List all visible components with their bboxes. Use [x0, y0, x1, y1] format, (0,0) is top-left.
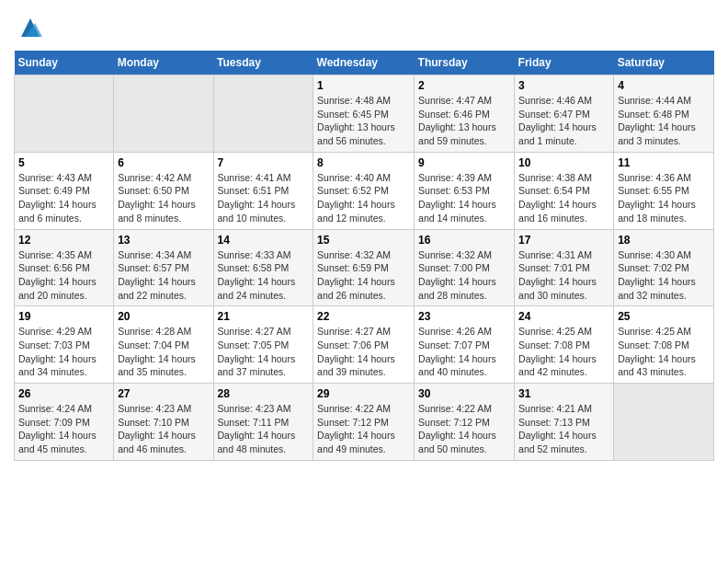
day-cell	[15, 75, 114, 153]
day-detail: Sunrise: 4:23 AM Sunset: 7:10 PM Dayligh…	[118, 402, 209, 456]
day-cell	[614, 384, 714, 461]
day-detail: Sunrise: 4:21 AM Sunset: 7:13 PM Dayligh…	[518, 402, 609, 456]
day-detail: Sunrise: 4:35 AM Sunset: 6:56 PM Dayligh…	[18, 248, 109, 303]
day-number: 8	[317, 156, 410, 169]
day-detail: Sunrise: 4:27 AM Sunset: 7:05 PM Dayligh…	[218, 325, 310, 379]
day-detail: Sunrise: 4:41 AM Sunset: 6:51 PM Dayligh…	[218, 171, 310, 225]
day-cell: 15Sunrise: 4:32 AM Sunset: 6:59 PM Dayli…	[313, 229, 415, 306]
col-header-thursday: Thursday	[415, 51, 515, 75]
day-cell: 20Sunrise: 4:28 AM Sunset: 7:04 PM Dayli…	[114, 306, 213, 384]
day-number: 11	[618, 156, 710, 169]
day-number: 21	[218, 310, 310, 323]
day-detail: Sunrise: 4:44 AM Sunset: 6:48 PM Dayligh…	[618, 94, 710, 148]
day-cell: 17Sunrise: 4:31 AM Sunset: 7:01 PM Dayli…	[515, 229, 614, 306]
day-detail: Sunrise: 4:32 AM Sunset: 6:59 PM Dayligh…	[317, 248, 410, 303]
day-number: 23	[418, 310, 510, 323]
day-number: 6	[118, 156, 209, 169]
day-cell: 13Sunrise: 4:34 AM Sunset: 6:57 PM Dayli…	[114, 229, 213, 306]
day-cell	[114, 75, 213, 153]
day-detail: Sunrise: 4:29 AM Sunset: 7:03 PM Dayligh…	[18, 325, 109, 379]
day-detail: Sunrise: 4:22 AM Sunset: 7:12 PM Dayligh…	[317, 402, 410, 456]
col-header-sunday: Sunday	[15, 51, 114, 75]
day-detail: Sunrise: 4:28 AM Sunset: 7:04 PM Dayligh…	[118, 325, 209, 379]
day-number: 17	[518, 234, 609, 247]
day-detail: Sunrise: 4:27 AM Sunset: 7:06 PM Dayligh…	[317, 325, 410, 379]
day-cell: 1Sunrise: 4:48 AM Sunset: 6:45 PM Daylig…	[313, 75, 415, 153]
day-cell: 22Sunrise: 4:27 AM Sunset: 7:06 PM Dayli…	[313, 306, 415, 384]
day-detail: Sunrise: 4:22 AM Sunset: 7:12 PM Dayligh…	[418, 402, 510, 456]
day-number: 31	[518, 387, 609, 400]
day-detail: Sunrise: 4:23 AM Sunset: 7:11 PM Dayligh…	[218, 402, 310, 456]
day-cell: 18Sunrise: 4:30 AM Sunset: 7:02 PM Dayli…	[614, 229, 714, 306]
day-cell: 28Sunrise: 4:23 AM Sunset: 7:11 PM Dayli…	[213, 384, 313, 461]
day-detail: Sunrise: 4:25 AM Sunset: 7:08 PM Dayligh…	[618, 325, 710, 379]
day-cell: 4Sunrise: 4:44 AM Sunset: 6:48 PM Daylig…	[614, 75, 714, 153]
day-cell: 27Sunrise: 4:23 AM Sunset: 7:10 PM Dayli…	[114, 384, 213, 461]
day-cell: 19Sunrise: 4:29 AM Sunset: 7:03 PM Dayli…	[15, 306, 114, 384]
day-number: 5	[18, 156, 109, 169]
day-number: 27	[118, 387, 209, 400]
col-header-wednesday: Wednesday	[313, 51, 415, 75]
day-cell: 8Sunrise: 4:40 AM Sunset: 6:52 PM Daylig…	[313, 152, 415, 229]
day-cell: 26Sunrise: 4:24 AM Sunset: 7:09 PM Dayli…	[15, 384, 114, 461]
day-cell: 23Sunrise: 4:26 AM Sunset: 7:07 PM Dayli…	[415, 306, 515, 384]
day-detail: Sunrise: 4:36 AM Sunset: 6:55 PM Dayligh…	[618, 171, 710, 225]
day-cell: 6Sunrise: 4:42 AM Sunset: 6:50 PM Daylig…	[114, 152, 213, 229]
day-cell: 10Sunrise: 4:38 AM Sunset: 6:54 PM Dayli…	[515, 152, 614, 229]
day-cell: 24Sunrise: 4:25 AM Sunset: 7:08 PM Dayli…	[515, 306, 614, 384]
day-cell: 30Sunrise: 4:22 AM Sunset: 7:12 PM Dayli…	[415, 384, 515, 461]
day-number: 19	[18, 310, 109, 323]
day-detail: Sunrise: 4:25 AM Sunset: 7:08 PM Dayligh…	[518, 325, 609, 379]
col-header-monday: Monday	[114, 51, 213, 75]
day-cell: 9Sunrise: 4:39 AM Sunset: 6:53 PM Daylig…	[415, 152, 515, 229]
day-detail: Sunrise: 4:43 AM Sunset: 6:49 PM Dayligh…	[18, 171, 109, 225]
day-detail: Sunrise: 4:26 AM Sunset: 7:07 PM Dayligh…	[418, 325, 510, 379]
day-detail: Sunrise: 4:24 AM Sunset: 7:09 PM Dayligh…	[18, 402, 109, 456]
day-cell: 2Sunrise: 4:47 AM Sunset: 6:46 PM Daylig…	[415, 75, 515, 153]
day-number: 16	[418, 234, 510, 247]
day-number: 7	[218, 156, 310, 169]
day-cell: 16Sunrise: 4:32 AM Sunset: 7:00 PM Dayli…	[415, 229, 515, 306]
week-row-1: 1Sunrise: 4:48 AM Sunset: 6:45 PM Daylig…	[15, 75, 714, 153]
header-row: SundayMondayTuesdayWednesdayThursdayFrid…	[15, 51, 714, 75]
day-detail: Sunrise: 4:38 AM Sunset: 6:54 PM Dayligh…	[518, 171, 609, 225]
day-detail: Sunrise: 4:33 AM Sunset: 6:58 PM Dayligh…	[218, 248, 310, 303]
day-number: 18	[618, 234, 710, 247]
day-detail: Sunrise: 4:31 AM Sunset: 7:01 PM Dayligh…	[518, 248, 609, 303]
day-cell: 29Sunrise: 4:22 AM Sunset: 7:12 PM Dayli…	[313, 384, 415, 461]
col-header-saturday: Saturday	[614, 51, 714, 75]
day-detail: Sunrise: 4:40 AM Sunset: 6:52 PM Dayligh…	[317, 171, 410, 225]
logo	[14, 14, 44, 41]
day-number: 9	[418, 156, 510, 169]
day-number: 12	[18, 234, 109, 247]
page-header	[14, 14, 714, 41]
day-detail: Sunrise: 4:32 AM Sunset: 7:00 PM Dayligh…	[418, 248, 510, 303]
col-header-tuesday: Tuesday	[213, 51, 313, 75]
day-detail: Sunrise: 4:30 AM Sunset: 7:02 PM Dayligh…	[618, 248, 710, 303]
week-row-3: 12Sunrise: 4:35 AM Sunset: 6:56 PM Dayli…	[15, 229, 714, 306]
day-cell: 5Sunrise: 4:43 AM Sunset: 6:49 PM Daylig…	[15, 152, 114, 229]
day-detail: Sunrise: 4:48 AM Sunset: 6:45 PM Dayligh…	[317, 94, 410, 148]
col-header-friday: Friday	[515, 51, 614, 75]
week-row-2: 5Sunrise: 4:43 AM Sunset: 6:49 PM Daylig…	[15, 152, 714, 229]
day-number: 26	[18, 387, 109, 400]
day-detail: Sunrise: 4:34 AM Sunset: 6:57 PM Dayligh…	[118, 248, 209, 303]
day-cell: 12Sunrise: 4:35 AM Sunset: 6:56 PM Dayli…	[15, 229, 114, 306]
day-number: 24	[518, 310, 609, 323]
calendar-table: SundayMondayTuesdayWednesdayThursdayFrid…	[14, 51, 714, 461]
logo-icon	[17, 14, 44, 41]
day-number: 1	[317, 79, 410, 92]
day-detail: Sunrise: 4:47 AM Sunset: 6:46 PM Dayligh…	[418, 94, 510, 148]
day-number: 13	[118, 234, 209, 247]
week-row-4: 19Sunrise: 4:29 AM Sunset: 7:03 PM Dayli…	[15, 306, 714, 384]
day-number: 14	[218, 234, 310, 247]
day-cell	[213, 75, 313, 153]
day-number: 3	[518, 79, 609, 92]
day-detail: Sunrise: 4:39 AM Sunset: 6:53 PM Dayligh…	[418, 171, 510, 225]
day-number: 2	[418, 79, 510, 92]
day-cell: 11Sunrise: 4:36 AM Sunset: 6:55 PM Dayli…	[614, 152, 714, 229]
day-cell: 31Sunrise: 4:21 AM Sunset: 7:13 PM Dayli…	[515, 384, 614, 461]
day-detail: Sunrise: 4:46 AM Sunset: 6:47 PM Dayligh…	[518, 94, 609, 148]
day-number: 25	[618, 310, 710, 323]
day-number: 4	[618, 79, 710, 92]
